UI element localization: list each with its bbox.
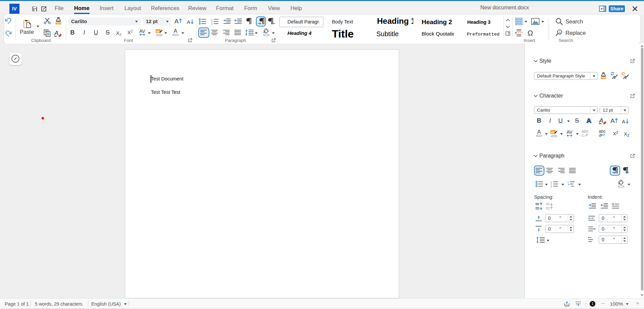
svg-text:ab: ab	[551, 131, 554, 134]
svg-text:A: A	[187, 19, 190, 25]
svg-text:A: A	[174, 18, 179, 25]
svg-text:3: 3	[211, 23, 213, 25]
svg-text:1: 1	[568, 181, 569, 183]
svg-text:A: A	[622, 119, 625, 124]
svg-text:3: 3	[551, 185, 552, 188]
svg-text:A: A	[54, 29, 59, 37]
svg-text:ab: ab	[156, 30, 160, 33]
svg-text:A: A	[599, 117, 603, 124]
svg-text:A: A	[610, 117, 615, 124]
svg-text:a: a	[559, 30, 561, 34]
svg-text:c: c	[582, 133, 584, 137]
